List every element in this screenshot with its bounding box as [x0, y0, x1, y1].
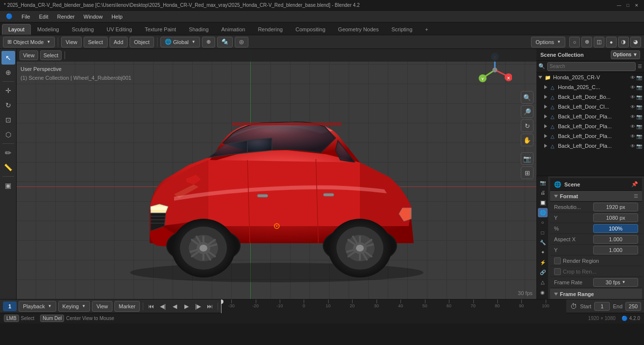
- outliner-item-2[interactable]: △ Back_Left_Door_Cl... 👁 📷: [536, 102, 644, 112]
- vis-4[interactable]: 👁: [630, 124, 635, 129]
- visibility-btn[interactable]: 👁: [630, 75, 635, 80]
- object-menu[interactable]: Object: [130, 37, 154, 47]
- outliner-item-6[interactable]: △ Back_Left_Door_Pla... 👁 📷: [536, 141, 644, 151]
- vis-3[interactable]: 👁: [630, 114, 635, 119]
- outliner-item-0[interactable]: △ Honda_2025_C... 👁 📷: [536, 82, 644, 92]
- timeline-ruler[interactable]: -30 -20 -10 0 10 20 30 40 50 60 70 80 90…: [221, 299, 566, 313]
- outliner-item-root[interactable]: 📁 Honda_2025_CR-V 👁 📷: [536, 72, 644, 82]
- tab-rendering[interactable]: Rendering: [251, 24, 289, 35]
- cam-2[interactable]: 📷: [636, 104, 642, 110]
- window-controls[interactable]: — □ ✕: [616, 2, 640, 9]
- vp-select-menu[interactable]: Select: [40, 50, 62, 60]
- annotate-tool-btn[interactable]: ✏: [1, 146, 15, 160]
- jump-start-btn[interactable]: ⏮: [146, 301, 156, 311]
- tab-uv-editing[interactable]: UV Editing: [100, 24, 138, 35]
- outliner-filter-btn[interactable]: ☰: [638, 64, 642, 69]
- camera-btn[interactable]: 📷: [521, 152, 533, 165]
- tab-texture-paint[interactable]: Texture Paint: [138, 24, 182, 35]
- format-section-header[interactable]: Format ☰: [550, 191, 642, 202]
- tab-modeling[interactable]: Modeling: [31, 24, 66, 35]
- zoom-in-btn[interactable]: 🔍: [521, 91, 533, 104]
- outliner-options-btn[interactable]: Options ▼: [611, 50, 640, 59]
- tab-compositing[interactable]: Compositing: [289, 24, 332, 35]
- tab-geometry-nodes[interactable]: Geometry Nodes: [332, 24, 385, 35]
- aspect-x-value[interactable]: 1.000: [593, 235, 638, 244]
- menu-window[interactable]: Window: [80, 13, 107, 21]
- outliner-item-3[interactable]: △ Back_Left_Door_Pla... 👁 📷: [536, 112, 644, 121]
- end-val[interactable]: 250: [625, 302, 641, 311]
- menu-blender[interactable]: 🔵: [2, 12, 17, 21]
- maximize-btn[interactable]: □: [624, 2, 631, 9]
- physics-btn[interactable]: ⚡: [538, 258, 548, 267]
- local-view-btn[interactable]: ⊞: [521, 166, 533, 179]
- tl-view-menu[interactable]: View: [92, 301, 112, 312]
- resolution-pct-value[interactable]: 100%: [593, 224, 638, 233]
- cam-6[interactable]: 📷: [636, 143, 642, 149]
- render-props-btn[interactable]: 📷: [538, 178, 548, 187]
- data-props-btn[interactable]: △: [538, 277, 548, 287]
- overlay-btn[interactable]: ○: [569, 37, 580, 47]
- render-region-checkbox[interactable]: [554, 257, 561, 264]
- material-props-btn[interactable]: ◉: [538, 288, 548, 297]
- menu-render[interactable]: Render: [53, 13, 79, 21]
- cam-0[interactable]: 📷: [636, 85, 642, 90]
- move-tool-btn[interactable]: ✛: [1, 84, 15, 97]
- next-keyframe-btn[interactable]: |▶: [193, 301, 203, 311]
- proportional-btn[interactable]: ◎: [235, 37, 248, 47]
- rendered-btn[interactable]: ◕: [630, 37, 641, 47]
- rotate-tool-btn[interactable]: ↻: [1, 98, 15, 112]
- output-props-btn[interactable]: 🖨: [538, 188, 548, 197]
- cam-1[interactable]: 📷: [636, 94, 642, 100]
- select-menu[interactable]: Select: [84, 37, 108, 47]
- vis-0[interactable]: 👁: [630, 85, 635, 90]
- view-menu[interactable]: View: [61, 37, 82, 47]
- keying-menu[interactable]: Keying ▼: [58, 301, 90, 312]
- tab-layout[interactable]: Layout: [2, 24, 31, 35]
- constraints-btn[interactable]: 🔗: [538, 268, 548, 277]
- particles-btn[interactable]: ✦: [538, 248, 548, 257]
- frame-range-header[interactable]: Frame Range: [550, 289, 642, 299]
- menu-file[interactable]: File: [18, 13, 34, 21]
- measure-tool-btn[interactable]: 📏: [1, 161, 15, 174]
- cam-5[interactable]: 📷: [636, 134, 642, 139]
- vis-5[interactable]: 👁: [630, 134, 635, 139]
- options-btn[interactable]: Options ▼: [531, 37, 565, 47]
- menu-edit[interactable]: Edit: [35, 13, 52, 21]
- pivot-selector[interactable]: ⊕: [202, 37, 215, 47]
- vis-2[interactable]: 👁: [630, 104, 635, 110]
- close-btn[interactable]: ✕: [633, 2, 640, 9]
- select-tool-btn[interactable]: ↖: [1, 51, 15, 65]
- outliner-item-4[interactable]: △ Back_Left_Door_Pla... 👁 📷: [536, 121, 644, 131]
- snap-btn[interactable]: 🔩: [217, 37, 233, 47]
- transform-tool-btn[interactable]: ⬡: [1, 128, 15, 141]
- zoom-out-btn[interactable]: 🔎: [521, 105, 533, 118]
- mode-selector[interactable]: ⊞ Object Mode ▼: [3, 37, 55, 47]
- tab-add[interactable]: +: [419, 24, 434, 35]
- marker-menu[interactable]: Marker: [114, 301, 140, 312]
- cursor-tool-btn[interactable]: ⊕: [1, 66, 15, 79]
- add-obj-btn[interactable]: ▣: [1, 179, 15, 192]
- solid-btn[interactable]: ●: [606, 37, 617, 47]
- crop-to-render-checkbox[interactable]: [554, 268, 561, 275]
- playback-menu[interactable]: Playback ▼: [19, 301, 56, 312]
- frame-rate-value[interactable]: 30 fps ▼: [593, 278, 638, 287]
- pan-btn[interactable]: ✋: [521, 134, 533, 146]
- object-props-btn[interactable]: □: [538, 228, 548, 237]
- world-props-btn[interactable]: ○: [538, 218, 548, 227]
- prev-keyframe-btn[interactable]: ◀|: [158, 301, 168, 311]
- jump-end-btn[interactable]: ⏭: [205, 301, 215, 311]
- pin-btn[interactable]: 📌: [631, 181, 638, 187]
- format-options-icon[interactable]: ☰: [634, 193, 638, 199]
- tab-sculpting[interactable]: Sculpting: [66, 24, 100, 35]
- cam-3[interactable]: 📷: [636, 114, 642, 119]
- outliner-item-1[interactable]: △ Back_Left_Door_Bo... 👁 📷: [536, 92, 644, 102]
- camera-vis-btn[interactable]: 📷: [636, 75, 642, 80]
- play-btn[interactable]: ▶: [181, 301, 191, 311]
- resolution-y-value[interactable]: 1080 px: [593, 213, 638, 222]
- play-reverse-btn[interactable]: ◀: [170, 301, 179, 311]
- modifier-props-btn[interactable]: 🔧: [538, 238, 548, 247]
- menu-help[interactable]: Help: [108, 13, 127, 21]
- tab-shading[interactable]: Shading: [182, 24, 215, 35]
- cam-4[interactable]: 📷: [636, 124, 642, 129]
- tab-animation[interactable]: Animation: [215, 24, 252, 35]
